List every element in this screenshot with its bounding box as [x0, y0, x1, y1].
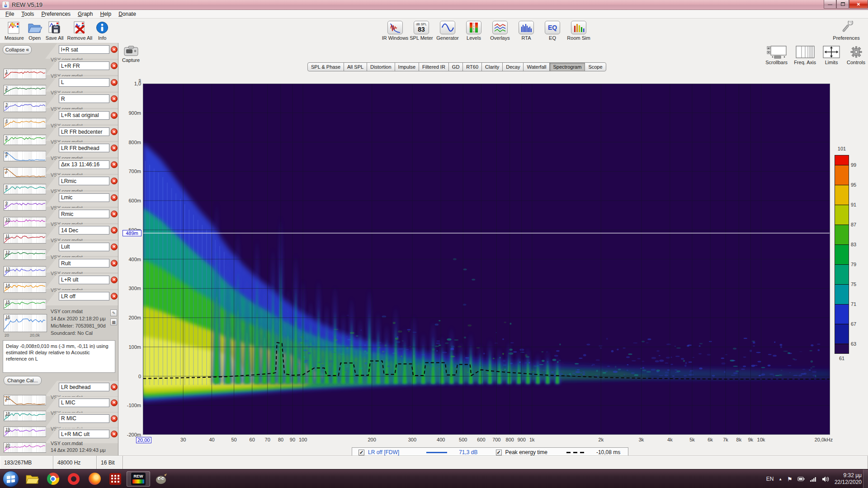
delete-measurement-button[interactable]: ✕ [111, 79, 118, 86]
eq-button[interactable]: EQ EQ [539, 20, 566, 41]
remove-all-button[interactable]: Remove All [66, 20, 94, 41]
delete-measurement-button[interactable]: ✕ [111, 244, 118, 250]
measurement-thumbnail[interactable]: 10v [4, 217, 46, 227]
overlays-button[interactable]: Overlays [487, 20, 513, 41]
legend-checkbox-trace[interactable]: ✓ [359, 450, 364, 455]
language-indicator[interactable]: EN [766, 476, 774, 482]
measurement-thumbnail[interactable]: 12v [4, 249, 46, 260]
measurement-thumbnail[interactable]: 16v [4, 314, 47, 332]
info-button[interactable]: Info [94, 20, 110, 41]
capture-button[interactable]: Capture [122, 46, 140, 63]
change-cal-button[interactable]: Change Cal... [4, 376, 42, 385]
firefox-icon[interactable] [85, 471, 104, 487]
rew-taskbar-icon[interactable]: REW [127, 471, 150, 487]
delete-measurement-button[interactable]: ✕ [111, 194, 118, 201]
show-desktop-button[interactable] [863, 469, 868, 488]
tab-distortion[interactable]: Distortion [367, 62, 395, 71]
measurement-thumbnail[interactable]: 18v [4, 411, 46, 421]
measurement-thumbnail[interactable]: 2v [4, 85, 46, 95]
gimp-icon[interactable] [152, 471, 171, 487]
maximize-button[interactable] [836, 0, 849, 9]
chrome-icon[interactable] [43, 471, 62, 487]
minimize-button[interactable]: — [824, 0, 836, 9]
measurement-name-field[interactable]: LR off [59, 292, 109, 300]
delete-measurement-button[interactable]: ✕ [111, 46, 118, 53]
scrollbars-button[interactable]: Scrollbars [765, 45, 788, 65]
tab-impulse[interactable]: Impulse [395, 62, 420, 71]
rta-button[interactable]: RTA [513, 20, 539, 41]
measurement-thumbnail[interactable]: 11v [4, 233, 46, 244]
measurement-name-field[interactable]: LR bedhead [59, 383, 109, 391]
ir-windows-button[interactable]: IR Windows [382, 20, 408, 41]
delete-measurement-button[interactable]: ✕ [111, 277, 118, 283]
measurement-thumbnail[interactable]: 19v [4, 427, 46, 437]
measurement-name-field[interactable]: R MIC [59, 414, 109, 423]
measurement-name-field[interactable]: L MIC [59, 399, 109, 407]
measurement-name-field[interactable]: l+R sat [59, 45, 109, 54]
spectrogram-plot[interactable] [143, 84, 830, 435]
start-button[interactable] [3, 471, 19, 487]
delete-measurement-button[interactable]: ✕ [111, 112, 118, 119]
media-app-icon[interactable] [106, 471, 125, 487]
measurement-thumbnail[interactable]: 8v [4, 184, 46, 194]
tab-spectrogram[interactable]: Spectrogram [549, 62, 585, 71]
tab-all-spl[interactable]: All SPL [344, 62, 367, 71]
generator-button[interactable]: Generator [434, 20, 461, 41]
menu-tools[interactable]: Tools [18, 10, 38, 18]
measurement-name-field[interactable]: Δεκ 13 11:46:16 [59, 160, 109, 169]
measurement-name-field[interactable]: L+R ult [59, 276, 109, 284]
tab-decay[interactable]: Decay [502, 62, 524, 71]
measurement-thumbnail[interactable]: 7v [4, 167, 46, 178]
measurement-thumbnail[interactable]: 13v [4, 266, 46, 277]
tab-gd[interactable]: GD [448, 62, 463, 71]
measurement-name-field[interactable]: L+R FR [59, 61, 109, 70]
measurement-name-field[interactable]: Lmic [59, 193, 109, 202]
battery-icon[interactable] [797, 476, 805, 482]
menu-donate[interactable]: Donate [115, 10, 140, 18]
delete-measurement-button[interactable]: ✕ [111, 128, 118, 135]
edit-notes-button[interactable]: ✎ [110, 310, 117, 316]
room-sim-button[interactable]: Room Sim [566, 20, 592, 41]
measurement-name-field[interactable]: Rmic [59, 210, 109, 218]
opera-icon[interactable] [64, 471, 83, 487]
measurement-thumbnail[interactable]: 17v [4, 395, 46, 405]
collapse-button[interactable]: Collapse « [3, 45, 32, 54]
measurement-thumbnail[interactable]: 1v [4, 69, 46, 79]
measurement-thumbnail[interactable]: 3v [4, 102, 46, 112]
tab-rt60[interactable]: RT60 [462, 62, 482, 71]
open-button[interactable]: Open [26, 20, 44, 41]
delete-measurement-button[interactable]: ✕ [111, 399, 118, 406]
measurement-thumbnail[interactable]: 15v [4, 299, 46, 310]
delete-measurement-button[interactable]: ✕ [111, 211, 118, 217]
explorer-icon[interactable] [23, 471, 42, 487]
measurement-thumbnail[interactable]: 20v [4, 442, 46, 453]
measurement-name-field[interactable]: L+R sat original [59, 111, 109, 120]
measurement-name-field[interactable]: 14 Dec [59, 226, 109, 235]
tab-scope[interactable]: Scope [585, 62, 606, 71]
tab-waterfall[interactable]: Waterfall [523, 62, 550, 71]
delete-measurement-button[interactable]: ✕ [111, 161, 118, 168]
tab-clarity[interactable]: Clarity [481, 62, 503, 71]
delete-measurement-button[interactable]: ✕ [111, 293, 118, 300]
measurement-thumbnail[interactable]: 14v [4, 282, 46, 293]
measurement-thumbnail[interactable]: 6v [4, 151, 46, 161]
network-signal-icon[interactable] [810, 476, 817, 482]
delete-measurement-button[interactable]: ✕ [111, 384, 118, 390]
measurement-name-field[interactable]: L+R MiC ult [59, 430, 109, 438]
measurement-name-field[interactable]: Rult [59, 259, 109, 267]
controls-button[interactable]: Controls [847, 45, 865, 65]
tab-filtered-ir[interactable]: Filtered IR [419, 62, 449, 71]
spl-meter-button[interactable]: dB SPL 83 SPL Meter [408, 20, 434, 41]
close-button[interactable]: ✕ [849, 0, 868, 9]
menu-file[interactable]: File [2, 10, 18, 18]
tab-spl-phase[interactable]: SPL & Phase [307, 62, 344, 71]
measurement-name-field[interactable]: LR FR bedcenter [59, 127, 109, 136]
levels-button[interactable]: 0369 Levels [461, 20, 487, 41]
measurement-actions-button[interactable]: ▦ [110, 319, 117, 325]
taskbar-clock[interactable]: 9:32 μμ 22/12/2020 [835, 472, 862, 486]
limits-button[interactable]: Limits [822, 45, 840, 65]
volume-icon[interactable] [822, 476, 830, 483]
menu-graph[interactable]: Graph [74, 10, 96, 18]
measurement-name-field[interactable]: Lult [59, 243, 109, 251]
delete-measurement-button[interactable]: ✕ [111, 415, 118, 422]
